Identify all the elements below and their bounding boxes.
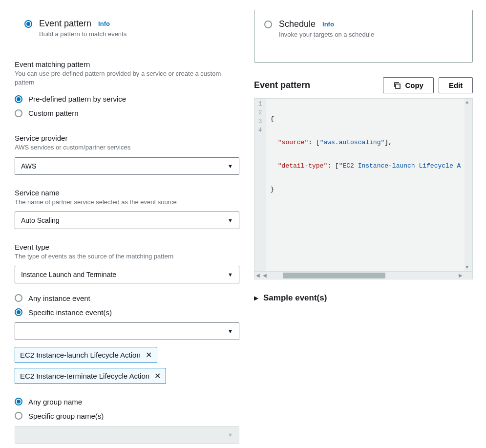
chevron-down-icon: ▼ — [228, 432, 233, 438]
close-icon[interactable]: ✕ — [154, 371, 161, 381]
expand-icon: ▶ — [254, 295, 258, 301]
event-tag: EC2 Instance-terminate Lifecycle Action … — [15, 368, 166, 384]
service-name-section: Service name The name of partner service… — [15, 189, 239, 229]
event-pattern-card[interactable]: Event pattern Info Build a pattern to ma… — [15, 10, 239, 46]
any-group-label: Any group name — [28, 398, 82, 406]
service-name-value: Auto Scaling — [21, 216, 60, 224]
service-name-title: Service name — [15, 189, 239, 197]
event-pattern-panel-title: Event pattern — [254, 80, 310, 90]
sample-events-label: Sample event(s) — [263, 293, 327, 303]
any-instance-event-option[interactable]: Any instance event — [15, 291, 239, 305]
chevron-down-icon: ▼ — [228, 272, 233, 277]
code-content[interactable]: { "source": ["aws.autoscaling"], "detail… — [266, 99, 465, 271]
predefined-pattern-option[interactable]: Pre-defined pattern by service — [15, 92, 239, 106]
schedule-card[interactable]: Schedule Info Invoke your targets on a s… — [254, 10, 473, 63]
event-matching-pattern-section: Event matching pattern You can use pre-d… — [15, 60, 239, 120]
copy-icon — [393, 82, 401, 89]
any-instance-label: Any instance event — [28, 294, 90, 302]
vertical-scrollbar[interactable]: ▲ ▼ — [465, 99, 472, 271]
specific-group-label: Specific group name(s) — [28, 412, 104, 420]
specific-instance-label: Specific instance event(s) — [28, 308, 112, 317]
chevron-down-icon: ▼ — [228, 328, 233, 334]
event-tag-label: EC2 Instance-launch Lifecycle Action — [20, 351, 141, 359]
schedule-subtitle: Invoke your targets on a schedule — [279, 31, 374, 38]
service-name-desc: The name of partner service selected as … — [15, 198, 239, 207]
chevron-down-icon: ▼ — [228, 163, 233, 169]
group-name-select: ▼ — [15, 426, 239, 444]
event-type-select[interactable]: Instance Launch and Terminate ▼ — [15, 266, 239, 283]
service-provider-title: Service provider — [15, 134, 239, 142]
event-type-value: Instance Launch and Terminate — [21, 271, 116, 278]
custom-radio[interactable] — [15, 109, 22, 117]
event-pattern-subtitle: Build a pattern to match events — [39, 30, 127, 38]
event-pattern-title: Event pattern — [39, 19, 91, 29]
service-provider-select[interactable]: AWS ▼ — [15, 157, 239, 175]
matching-pattern-desc: You can use pre-defined pattern provided… — [15, 69, 239, 87]
specific-group-radio[interactable] — [15, 412, 22, 420]
event-type-title: Event type — [15, 243, 239, 251]
any-instance-radio[interactable] — [15, 294, 22, 302]
event-pattern-info-link[interactable]: Info — [98, 20, 110, 27]
specific-instance-radio[interactable] — [15, 308, 22, 316]
close-icon[interactable]: ✕ — [146, 350, 152, 360]
service-name-select[interactable]: Auto Scaling ▼ — [15, 212, 239, 229]
event-type-desc: The type of events as the source of the … — [15, 252, 239, 261]
instance-event-select[interactable]: ▼ — [15, 322, 239, 340]
sample-events-toggle[interactable]: ▶ Sample event(s) — [254, 293, 473, 303]
scroll-thumb[interactable] — [283, 273, 385, 278]
event-tag: EC2 Instance-launch Lifecycle Action ✕ — [15, 347, 157, 363]
specific-group-name-option[interactable]: Specific group name(s) — [15, 409, 239, 423]
horizontal-scrollbar[interactable]: ◀ ◀ ▶ — [254, 272, 473, 279]
matching-pattern-title: Event matching pattern — [15, 60, 239, 68]
service-provider-desc: AWS services or custom/partner services — [15, 143, 239, 152]
schedule-title: Schedule — [279, 19, 316, 29]
any-group-radio[interactable] — [15, 398, 22, 405]
schedule-info-link[interactable]: Info — [322, 21, 334, 28]
event-tag-label: EC2 Instance-terminate Lifecycle Action — [20, 372, 149, 380]
predefined-radio[interactable] — [15, 95, 22, 103]
chevron-down-icon: ▼ — [228, 217, 233, 223]
event-type-section: Event type The type of events as the sou… — [15, 243, 239, 444]
service-provider-value: AWS — [21, 162, 36, 170]
svg-rect-0 — [396, 84, 400, 88]
line-numbers: 1 2 3 4 — [254, 99, 266, 271]
schedule-radio[interactable] — [264, 21, 272, 28]
edit-button[interactable]: Edit — [439, 77, 473, 93]
predefined-label: Pre-defined pattern by service — [28, 95, 126, 103]
event-pattern-code: 1 2 3 4 { "source": ["aws.autoscaling"],… — [254, 98, 473, 272]
specific-instance-event-option[interactable]: Specific instance event(s) — [15, 305, 239, 320]
copy-button[interactable]: Copy — [383, 77, 434, 93]
custom-label: Custom pattern — [28, 109, 79, 117]
service-provider-section: Service provider AWS services or custom/… — [15, 134, 239, 174]
custom-pattern-option[interactable]: Custom pattern — [15, 106, 239, 120]
any-group-name-option[interactable]: Any group name — [15, 395, 239, 409]
event-pattern-radio[interactable] — [24, 20, 32, 28]
